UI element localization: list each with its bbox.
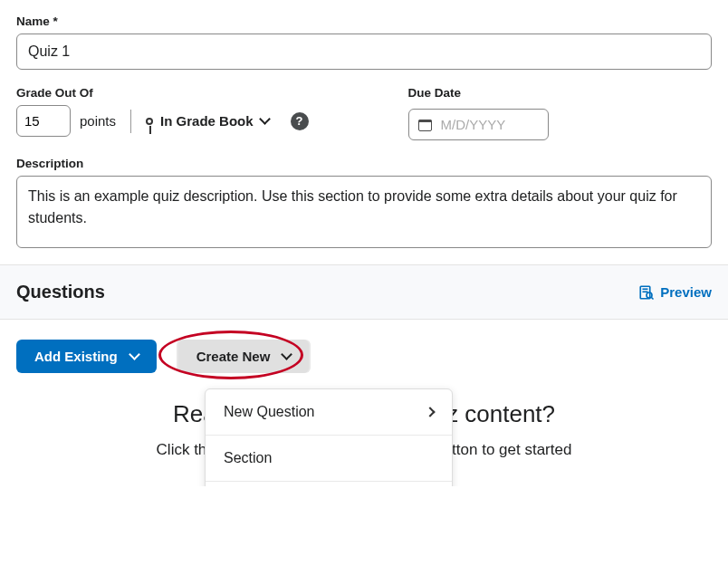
points-input[interactable] <box>16 105 71 137</box>
due-date-placeholder: M/D/YYYY <box>441 117 506 132</box>
grade-label: Grade Out Of <box>16 86 309 100</box>
svg-line-4 <box>652 297 654 299</box>
create-new-dropdown: New Question Section Question Pool <box>205 388 453 486</box>
chevron-down-icon <box>282 349 293 360</box>
menu-item-question-pool[interactable]: Question Pool <box>206 482 452 486</box>
in-gradebook-toggle[interactable]: In Grade Book <box>146 113 269 129</box>
menu-item-label: Section <box>224 450 272 466</box>
add-existing-button[interactable]: Add Existing <box>16 340 157 373</box>
menu-item-new-question[interactable]: New Question <box>206 389 452 436</box>
name-label: Name * <box>16 14 712 28</box>
description-label: Description <box>16 157 712 170</box>
in-gradebook-label: In Grade Book <box>160 113 254 129</box>
due-date-label: Due Date <box>408 86 549 100</box>
name-input[interactable] <box>16 34 712 70</box>
questions-heading: Questions <box>16 282 105 302</box>
add-existing-label: Add Existing <box>34 349 118 364</box>
preview-label: Preview <box>660 284 712 300</box>
create-new-label: Create New <box>196 349 271 364</box>
description-textarea[interactable]: This is an example quiz description. Use… <box>16 176 712 248</box>
menu-item-section[interactable]: Section <box>206 436 452 482</box>
menu-item-label: New Question <box>224 404 315 420</box>
help-icon[interactable]: ? <box>291 112 309 130</box>
key-icon <box>146 118 153 125</box>
calendar-icon <box>418 118 432 131</box>
chevron-down-icon <box>259 113 271 125</box>
points-label: points <box>80 113 116 129</box>
create-new-button[interactable]: Create New <box>178 340 310 373</box>
due-date-input[interactable]: M/D/YYYY <box>408 109 549 140</box>
preview-link[interactable]: Preview <box>638 284 712 301</box>
chevron-right-icon <box>425 407 435 417</box>
preview-search-icon <box>638 284 655 301</box>
divider <box>130 110 131 133</box>
chevron-down-icon <box>129 349 140 360</box>
